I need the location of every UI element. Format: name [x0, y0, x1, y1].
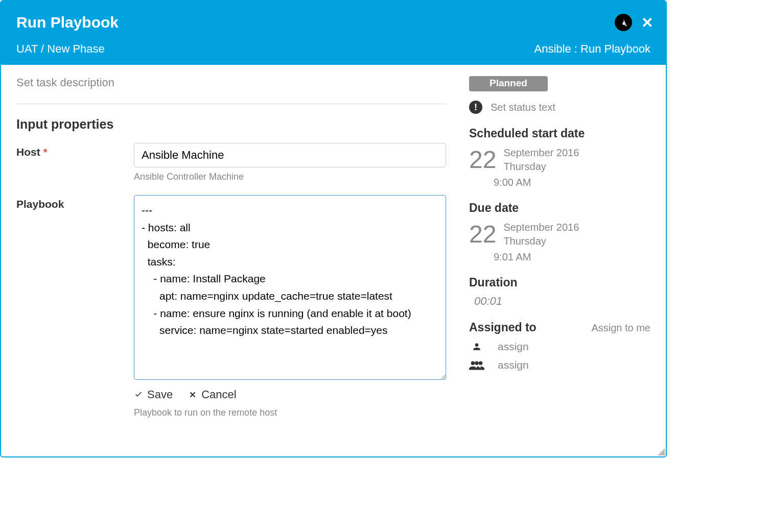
host-label: Host * — [16, 143, 134, 182]
modal-title: Run Playbook — [16, 14, 650, 31]
check-icon — [134, 390, 143, 399]
playbook-label: Playbook — [16, 195, 134, 418]
due-date[interactable]: 22 September 2016 Thursday — [469, 220, 650, 248]
exclamation-icon: ! — [469, 101, 482, 114]
svg-point-2 — [479, 361, 483, 366]
svg-point-0 — [471, 361, 475, 366]
modal-header: Run Playbook UAT / New Phase Ansible : R… — [1, 1, 666, 65]
assign-user-row[interactable]: assign — [469, 341, 650, 353]
sidebar-column: Planned ! Set status text Scheduled star… — [469, 76, 650, 431]
assign-to-me-link[interactable]: Assign to me — [591, 322, 650, 334]
scheduled-start-label: Scheduled start date — [469, 127, 650, 140]
playbook-textarea[interactable] — [134, 195, 446, 380]
duration-label: Duration — [469, 276, 650, 289]
group-icon — [469, 360, 484, 370]
status-text-input[interactable]: ! Set status text — [469, 101, 650, 114]
assign-group-row[interactable]: assign — [469, 359, 650, 371]
scheduled-start-time[interactable]: 9:00 AM — [494, 177, 650, 188]
playbook-hint: Playbook to run on the remote host — [134, 407, 446, 418]
svg-point-1 — [475, 361, 479, 366]
main-column: Set task description Input properties Ho… — [16, 76, 446, 431]
assigned-to-label: Assigned to — [469, 321, 537, 334]
task-description-input[interactable]: Set task description — [16, 76, 446, 104]
save-button[interactable]: Save — [134, 388, 173, 401]
host-hint: Ansible Controller Machine — [134, 172, 446, 182]
status-badge[interactable]: Planned — [469, 76, 548, 91]
x-icon — [188, 390, 197, 399]
host-input[interactable] — [134, 143, 446, 167]
input-properties-heading: Input properties — [16, 117, 446, 132]
plugin-label: Ansible : Run Playbook — [534, 42, 650, 56]
person-icon — [469, 342, 484, 352]
cancel-button[interactable]: Cancel — [188, 388, 236, 401]
scheduled-start-date[interactable]: 22 September 2016 Thursday — [469, 146, 650, 174]
due-date-time[interactable]: 9:01 AM — [494, 251, 650, 263]
due-date-label: Due date — [469, 201, 650, 215]
duration-value: 00:01 — [474, 295, 650, 308]
close-icon[interactable]: ✕ — [641, 14, 653, 31]
resize-handle-icon[interactable] — [658, 448, 665, 455]
ansible-logo-icon — [615, 14, 632, 31]
